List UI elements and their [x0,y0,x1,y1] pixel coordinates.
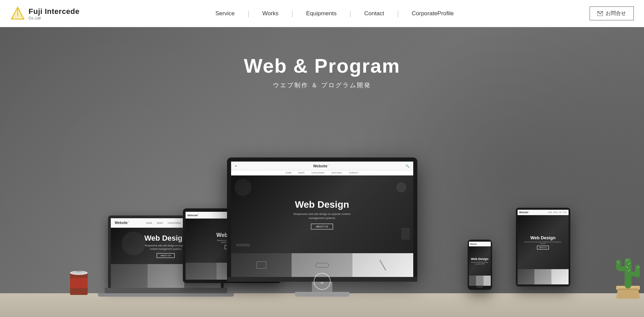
tablet2-nav: HOMENEWSCATCONT [548,211,567,213]
monitor-hero-btn: ABOUT US [311,224,333,229]
phone-screen: Website Web Design Responsive web site d… [469,242,491,286]
monitor-hero-title: Web Design [295,199,349,210]
cactus [611,248,644,300]
svg-rect-21 [635,265,640,278]
laptop-hero-btn: ABOUT US [157,253,175,258]
logo-sub: Co.,Ltd [29,16,80,20]
tablet-screen-logo: Website+ [188,213,199,217]
scroll-indicator[interactable]: ⌄ [314,273,331,290]
monitor-screen-logo: Website+ [313,164,329,168]
monitor-grid-1 [231,253,292,277]
tablet2-hero-btn: ABOUT US [537,246,549,249]
hero-text-block: Web & Program ウエブ制作 ＆ プログラム開発 [244,54,400,89]
hero-title: Web & Program [244,54,400,77]
contact-label: お問合せ [606,10,626,17]
tablet2-hero-sub: Responsive web site design on popular co… [524,241,562,244]
phone-hero-sub: Responsive web site design on popular CM… [470,261,489,265]
svg-rect-16 [618,288,638,290]
phone-hero-title: Web Design [471,257,488,261]
mail-icon [597,11,603,16]
main-nav: Service | Works | Equipments | Contact |… [80,10,590,17]
monitor-screen: ≡ Website+ 🔍 HOMENEWSCATEGORIESFEATURESC… [231,162,413,277]
tablet2-device: Website+ HOMENEWSCATCONT Web Design Resp… [516,208,570,286]
nav-works[interactable]: Works [249,10,292,17]
tablet2-screen: Website+ HOMENEWSCATCONT Web Design Resp… [518,210,569,284]
tablet2-hero-title: Web Design [530,235,555,240]
laptop-grid-2 [147,264,184,288]
svg-rect-5 [70,278,88,288]
coffee-cup [67,268,90,298]
nav-corporate[interactable]: CorporateProfile [399,10,467,17]
monitor-hero-sub: Responsive web site design on popular co… [292,212,353,220]
laptop-hero-title: Web Design [144,234,187,243]
header: Fuji Intercede Co.,Ltd Service | Works |… [0,0,644,27]
laptop-screen-logo: Website+ [115,221,129,225]
monitor-grid-3 [352,253,413,277]
contact-button[interactable]: お問合せ [590,6,634,20]
logo[interactable]: Fuji Intercede Co.,Ltd [10,6,80,21]
hero-subtitle: ウエブ制作 ＆ プログラム開発 [244,81,400,89]
nav-service[interactable]: Service [203,10,248,17]
desk-surface [0,293,644,317]
monitor-subnav: HOMENEWSCATEGORIESFEATURESCONTACT [231,170,413,175]
logo-name: Fuji Intercede [29,7,80,16]
tablet-grid-1 [186,263,216,280]
scroll-chevron-icon: ⌄ [319,278,325,285]
phone-device: Website Web Design Responsive web site d… [468,240,492,290]
nav-contact[interactable]: Contact [351,10,397,17]
nav-equipments[interactable]: Equipments [293,10,350,17]
laptop-hero-sub: Responsive web site design on popular co… [142,244,190,251]
laptop-grid-1 [111,264,147,288]
logo-icon [10,6,25,21]
phone-logo: Website [470,243,477,245]
hero-section: Web & Program ウエブ制作 ＆ プログラム開発 Website+ H… [0,27,644,317]
svg-rect-19 [616,260,621,270]
tablet2-logo: Website+ [519,211,529,213]
svg-rect-14 [76,271,82,272]
